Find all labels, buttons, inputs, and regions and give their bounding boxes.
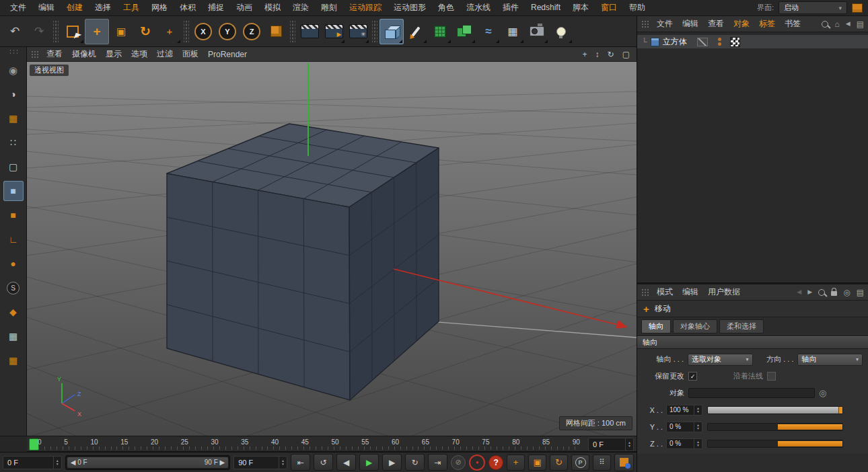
menu-edit[interactable]: 编辑 xyxy=(32,0,61,15)
y-strength-field[interactable]: 0 % xyxy=(666,422,702,432)
viewport-menu-options[interactable]: 选项 xyxy=(126,48,152,60)
next-frame-button[interactable]: ▶ xyxy=(382,454,402,471)
y-stepper[interactable] xyxy=(694,422,702,432)
menu-snap[interactable]: 捕捉 xyxy=(202,0,230,15)
goto-start-button[interactable]: ⇤ xyxy=(291,454,310,471)
object-row-cube[interactable]: └ 立方体 xyxy=(637,35,868,48)
make-editable-button[interactable]: ◉ xyxy=(3,60,24,80)
model-mode-button[interactable]: ◑ xyxy=(3,84,24,104)
tab-soft-selection[interactable]: 柔和选择 xyxy=(719,319,764,333)
floor-button[interactable]: ▦ xyxy=(501,19,525,44)
light-button[interactable] xyxy=(549,19,573,44)
am-search-icon[interactable] xyxy=(818,289,825,296)
viewport[interactable]: Y Z X 查看 摄像机 显示 选项 过滤 面板 ProRender + ↕ ↻… xyxy=(27,47,637,436)
quantize-button[interactable]: ▦ xyxy=(3,350,24,370)
menu-character[interactable]: 角色 xyxy=(432,0,460,15)
x-strength-field[interactable]: 100 % xyxy=(666,405,702,416)
om-menu-edit[interactable]: 编辑 xyxy=(678,18,703,30)
am-panel-menu-icon[interactable]: ▤ xyxy=(857,288,864,297)
rotate-tool-button[interactable]: ↻ xyxy=(133,19,157,44)
viewport-grip[interactable] xyxy=(31,50,39,58)
attribute-manager-grip[interactable] xyxy=(641,288,649,297)
menu-plugins[interactable]: 插件 xyxy=(497,0,525,15)
editor-visibility-dot[interactable] xyxy=(718,38,721,41)
key-rotation-button[interactable]: ↻ xyxy=(550,455,568,471)
tab-object-axis[interactable]: 对象轴心 xyxy=(673,319,717,333)
range-start-cap-icon[interactable]: ◀ xyxy=(71,459,76,466)
array-generator-button[interactable] xyxy=(452,19,476,44)
simulation-mode-button[interactable]: S xyxy=(3,278,24,298)
menu-help[interactable]: 帮助 xyxy=(623,0,651,15)
camera-button[interactable] xyxy=(525,19,549,44)
lock-icon[interactable] xyxy=(831,291,837,296)
paint-mode-button[interactable]: ◆ xyxy=(3,302,24,322)
x-stepper[interactable] xyxy=(694,405,702,415)
menu-simulate[interactable]: 模拟 xyxy=(258,0,287,15)
menu-motion-tracker[interactable]: 运动跟踪 xyxy=(343,0,388,15)
section-header[interactable]: 轴向 xyxy=(637,336,868,349)
timeline-frame-field[interactable]: 0 F xyxy=(588,438,634,451)
am-menu-edit[interactable]: 编辑 xyxy=(678,286,703,298)
move-tool-button[interactable]: + xyxy=(85,19,109,44)
key-parameter-button[interactable]: P xyxy=(571,455,589,471)
menu-mesh[interactable]: 网格 xyxy=(145,0,174,15)
direction-select[interactable]: 轴向 xyxy=(797,354,863,366)
viewport-menu-prorender[interactable]: ProRender xyxy=(203,50,252,59)
om-menu-objects[interactable]: 对象 xyxy=(729,18,754,30)
keep-changes-checkbox[interactable]: ✓ xyxy=(688,372,697,381)
viewport-orbit-icon[interactable]: ↻ xyxy=(608,50,614,59)
z-strength-slider[interactable] xyxy=(707,440,843,448)
search-icon[interactable] xyxy=(822,21,828,28)
frame-stepper[interactable] xyxy=(625,438,633,450)
auto-keying-button[interactable] xyxy=(614,454,634,471)
menu-create[interactable]: 创建 xyxy=(61,0,89,15)
viewport-canvas[interactable]: Y Z X xyxy=(27,47,637,436)
key-scale-button[interactable]: ▣ xyxy=(528,455,546,471)
viewport-pan-icon[interactable]: + xyxy=(583,50,587,59)
object-manager-grip[interactable] xyxy=(641,20,649,28)
z-strength-field[interactable]: 0 % xyxy=(666,438,702,449)
play-button[interactable]: ▶ xyxy=(359,454,379,471)
current-frame-stepper[interactable] xyxy=(53,457,61,469)
coordinate-system-button[interactable] xyxy=(264,19,288,44)
x-axis-lock-button[interactable]: X xyxy=(191,19,215,44)
end-frame-stepper[interactable] xyxy=(279,457,287,469)
snap-grid-button[interactable]: ▦ xyxy=(3,326,24,346)
home-icon[interactable]: ⌂ xyxy=(834,20,839,28)
polygons-mode-button[interactable]: ■ xyxy=(3,181,24,201)
tab-axis[interactable]: 轴向 xyxy=(641,319,671,333)
menu-file[interactable]: 文件 xyxy=(4,0,32,15)
viewport-menu-cameras[interactable]: 摄像机 xyxy=(67,48,101,60)
last-tool-button[interactable]: + xyxy=(157,19,182,44)
render-picture-viewer-button[interactable] xyxy=(322,19,346,44)
collapse-icon[interactable]: ◀ xyxy=(846,21,851,27)
play-backward-button[interactable]: ↺ xyxy=(314,454,333,471)
om-menu-view[interactable]: 查看 xyxy=(703,18,729,30)
end-frame-field[interactable]: 90 F xyxy=(233,456,287,469)
menu-pipeline[interactable]: 流水线 xyxy=(460,0,497,15)
viewport-menu-display[interactable]: 显示 xyxy=(101,48,126,60)
menu-select[interactable]: 选择 xyxy=(89,0,117,15)
viewport-menu-panel[interactable]: 面板 xyxy=(178,48,203,60)
x-strength-slider[interactable] xyxy=(707,406,843,414)
object-manager-list[interactable]: └ 立方体 xyxy=(637,32,868,282)
render-settings-button[interactable] xyxy=(346,19,370,44)
target-icon[interactable]: ◎ xyxy=(843,288,850,297)
object-name[interactable]: 立方体 xyxy=(663,36,687,48)
z-axis-lock-button[interactable]: Z xyxy=(240,19,264,44)
goto-end-button[interactable]: ⇥ xyxy=(428,454,447,471)
render-view-button[interactable] xyxy=(297,19,322,44)
subdivision-surface-button[interactable] xyxy=(428,19,452,44)
y-strength-slider[interactable] xyxy=(707,423,843,431)
menu-tools[interactable]: 工具 xyxy=(117,0,145,15)
record-off-button[interactable]: ⊘ xyxy=(451,455,466,470)
palette-grip[interactable] xyxy=(9,49,18,55)
viewport-menu-filter[interactable]: 过滤 xyxy=(152,48,178,60)
live-selection-button[interactable] xyxy=(61,19,85,44)
om-menu-tags[interactable]: 标签 xyxy=(754,18,780,30)
viewport-menu-view[interactable]: 查看 xyxy=(42,48,67,60)
menu-script[interactable]: 脚本 xyxy=(567,0,595,15)
layout-dropdown[interactable]: 启动 xyxy=(779,1,847,14)
frame-range-bar[interactable]: ◀ 0 F 90 F ▶ xyxy=(67,457,228,468)
texture-tag-icon[interactable] xyxy=(730,37,740,47)
